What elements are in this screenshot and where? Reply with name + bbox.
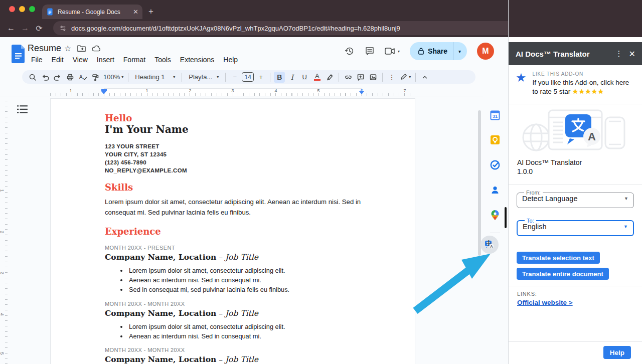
from-language-select[interactable]: From: Detect Language▼	[517, 190, 634, 208]
forward-icon[interactable]: →	[18, 24, 32, 33]
zoom-select[interactable]: 100%▾	[102, 72, 124, 83]
share-button-group[interactable]: Share ▾	[410, 42, 467, 60]
reload-icon[interactable]: ⟳	[32, 24, 46, 33]
meet-call-button[interactable]: ▾	[385, 47, 400, 55]
minimize-window-button[interactable]	[19, 6, 25, 12]
comments-icon[interactable]	[365, 46, 375, 56]
share-caret-icon[interactable]: ▾	[454, 49, 467, 54]
five-stars-icon: ★★★★★	[572, 88, 604, 95]
panel-resize-handle[interactable]	[505, 207, 507, 228]
underline-button[interactable]: U	[299, 72, 310, 83]
menu-file[interactable]: File	[28, 55, 46, 64]
italic-button[interactable]: I	[286, 72, 297, 83]
get-add-ons-plus-button[interactable]: +	[486, 237, 492, 250]
menu-edit[interactable]: Edit	[48, 55, 67, 64]
hide-menus-chevron-icon[interactable]	[419, 72, 430, 83]
add-comment-icon[interactable]	[355, 72, 366, 83]
addon-close-icon[interactable]: ✕	[629, 49, 635, 59]
text-color-button[interactable]: A	[311, 72, 323, 83]
entry-company: Company Name, Location	[105, 308, 216, 318]
entry-dates: MONTH 20XX - PRESENT	[105, 244, 363, 251]
move-to-folder-icon[interactable]	[77, 45, 86, 52]
svg-text:31: 31	[493, 114, 498, 119]
to-language-select[interactable]: To: English▼	[517, 218, 634, 236]
font-size-input[interactable]: 14	[242, 72, 254, 82]
paint-format-icon[interactable]	[90, 72, 101, 83]
entry-job-title: Job Title	[225, 309, 258, 318]
highlight-color-icon[interactable]	[324, 72, 335, 83]
left-indent-marker[interactable]	[101, 89, 107, 94]
document-title[interactable]: Resume	[28, 43, 61, 54]
ruler-number: 5	[0, 352, 5, 354]
addon-sidebar: AI Docs™ Translator ⋮ ✕ ★ LIKE THIS ADD-…	[508, 0, 642, 364]
increase-font-size-button[interactable]: +	[255, 72, 266, 83]
paragraph-style-select[interactable]: Heading 1▾	[132, 72, 178, 83]
ruler-number: 4	[0, 313, 5, 315]
rate-addon-block[interactable]: ★ LIKE THIS ADD-ON If you like this Add-…	[516, 71, 636, 96]
undo-icon[interactable]	[40, 72, 51, 83]
addon-menu-kebab-icon[interactable]: ⋮	[609, 49, 629, 58]
tab-close-icon[interactable]: ✕	[133, 8, 138, 16]
insert-image-icon[interactable]	[368, 72, 379, 83]
back-icon[interactable]: ←	[4, 24, 18, 33]
entry-bullet: Aenean ac interdum nisi. Sed in consequa…	[128, 275, 363, 285]
decrease-font-size-button[interactable]: −	[229, 72, 240, 83]
share-button[interactable]: Share	[410, 47, 453, 55]
calendar-icon[interactable]: 31	[489, 109, 502, 122]
addon-version: 1.0.0	[517, 167, 533, 175]
vertical-ruler[interactable]: 1 2 3 4 5	[0, 96, 8, 364]
window-controls[interactable]	[9, 6, 35, 12]
tasks-icon[interactable]	[489, 158, 502, 171]
translate-selection-button[interactable]: Translate selection text	[517, 252, 600, 264]
star-document-icon[interactable]: ☆	[64, 44, 71, 53]
url-bar[interactable]: docs.google.com/document/d/1ofttdptzxUoK…	[53, 21, 534, 35]
doc-heading-skills: Skills	[105, 182, 363, 193]
doc-heading-hello: Hello	[105, 113, 363, 123]
print-icon[interactable]	[65, 72, 76, 83]
ruler-number: 4	[273, 88, 278, 93]
search-menus-icon[interactable]	[27, 72, 38, 83]
menu-extensions[interactable]: Extensions	[177, 55, 218, 64]
entry-dash: –	[219, 253, 223, 262]
show-outline-icon[interactable]	[16, 104, 29, 115]
spell-check-icon[interactable]: A	[77, 72, 88, 83]
fullscreen-window-button[interactable]	[29, 6, 35, 12]
from-value: Detect Language	[522, 195, 577, 203]
version-history-icon[interactable]	[345, 46, 355, 56]
insert-link-icon[interactable]	[343, 72, 354, 83]
font-select[interactable]: Playfa...▾	[186, 72, 222, 83]
more-toolbar-kebab-icon[interactable]: ⋮	[386, 72, 397, 83]
bold-button[interactable]: B	[274, 72, 285, 83]
menu-tools[interactable]: Tools	[151, 55, 175, 64]
keep-icon[interactable]	[489, 133, 502, 146]
right-indent-marker[interactable]	[359, 91, 364, 94]
document-status-cloud-icon[interactable]	[92, 45, 101, 52]
menu-format[interactable]: Format	[120, 55, 149, 64]
maps-icon[interactable]	[489, 209, 502, 222]
ruler-number: 2	[0, 231, 5, 233]
doc-experience-entry: MONTH 20XX - PRESENT Company Name, Locat…	[105, 244, 363, 295]
new-tab-button[interactable]: +	[148, 7, 153, 17]
close-window-button[interactable]	[9, 6, 15, 12]
video-camera-icon	[385, 47, 395, 55]
document-page[interactable]: Hello I'm Your Name 123 YOUR STREET YOUR…	[50, 98, 415, 364]
browser-tab[interactable]: Resume - Google Docs ✕	[42, 5, 142, 19]
menu-view[interactable]: View	[69, 55, 91, 64]
menu-insert[interactable]: Insert	[93, 55, 118, 64]
horizontal-ruler[interactable]: 1 1 2 3 4 5 6 7	[0, 88, 508, 96]
editing-mode-select[interactable]: ▾	[399, 72, 412, 83]
document-scrollbar[interactable]	[478, 110, 481, 256]
doc-experience-entry: MONTH 20XX - MONTH 20XX Company Name, Lo…	[105, 300, 363, 341]
translate-document-button[interactable]: Translate entire document	[517, 268, 609, 280]
google-docs-logo[interactable]	[11, 45, 25, 63]
menu-help[interactable]: Help	[220, 55, 241, 64]
site-settings-icon[interactable]	[59, 25, 67, 32]
redo-icon[interactable]	[52, 72, 63, 83]
google-docs-app: Resume ☆ File Edit View Insert Format To…	[0, 37, 508, 364]
contacts-icon[interactable]	[489, 184, 502, 197]
official-website-link[interactable]: Official website >	[517, 299, 573, 306]
help-button[interactable]: Help	[603, 346, 631, 359]
doc-contact-block: 123 YOUR STREET YOUR CITY, ST 12345 (123…	[105, 142, 363, 174]
addon-title: AI Docs™ Translator	[516, 50, 609, 58]
docs-profile-avatar[interactable]: M	[477, 43, 494, 60]
